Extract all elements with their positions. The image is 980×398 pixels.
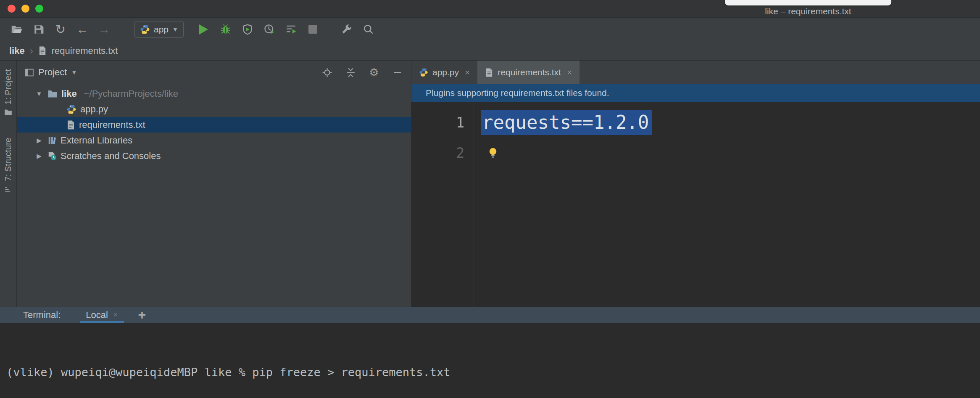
collapsed-arrow-icon[interactable]: ▶: [34, 137, 44, 144]
python-icon: [66, 104, 76, 114]
sync-icon: ↻: [55, 22, 66, 37]
tree-row-project-root[interactable]: ▼ like ~/PycharmProjects/like: [17, 86, 411, 101]
zoom-window-button[interactable]: [35, 5, 43, 13]
project-view-icon: [24, 68, 34, 77]
sync-button[interactable]: ↻: [52, 21, 69, 38]
concurrency-diagram-button[interactable]: [283, 21, 300, 38]
window-title: like – requirements.txt: [712, 6, 904, 16]
project-panel-title[interactable]: Project: [38, 67, 67, 78]
main-area: 1: Project 7: Structure Project ▼: [0, 61, 980, 307]
editor-content[interactable]: requests==1.2.0: [474, 102, 980, 307]
breadcrumb: like › requirements.txt: [0, 41, 980, 61]
play-icon: [199, 24, 208, 34]
settings-wrench-button[interactable]: [338, 21, 355, 38]
settings-gear-button[interactable]: ⚙: [368, 66, 380, 78]
close-window-button[interactable]: [8, 5, 16, 13]
breadcrumb-file[interactable]: requirements.txt: [52, 45, 118, 56]
code-line-1[interactable]: requests==1.2.0: [481, 107, 980, 138]
stop-icon: [308, 25, 317, 34]
profiler-clock-icon: [263, 24, 275, 35]
editor-area: app.py × requirements.txt × Plugins supp…: [411, 61, 980, 307]
collapse-all-button[interactable]: [345, 66, 356, 78]
back-arrow-icon: ←: [76, 22, 89, 36]
close-tab-icon[interactable]: ×: [567, 67, 572, 77]
search-everywhere-button[interactable]: [360, 21, 377, 38]
file-icon: [66, 120, 75, 130]
tree-row-external-libraries[interactable]: ▶ External Libraries: [17, 133, 411, 148]
tree-row-requirements-txt[interactable]: requirements.txt: [17, 117, 411, 133]
forward-button[interactable]: →: [96, 21, 113, 38]
notification-text: Plugins supporting requirements.txt file…: [426, 88, 609, 98]
notification-banner[interactable]: Plugins supporting requirements.txt file…: [411, 84, 980, 102]
tree-item-path: ~/PycharmProjects/like: [84, 88, 178, 99]
sidebar-item-structure[interactable]: 7: Structure: [3, 138, 13, 193]
structure-stripe-label: 7: Structure: [3, 138, 13, 181]
background-window-edge: [725, 0, 891, 5]
code-line-2[interactable]: [481, 138, 980, 168]
tab-app-py[interactable]: app.py ×: [411, 61, 477, 84]
editor-gutter: 1 2: [411, 102, 474, 307]
expand-arrow-icon[interactable]: ▼: [34, 90, 44, 97]
open-folder-button[interactable]: [8, 21, 25, 38]
hide-icon: [394, 72, 401, 73]
line-number: 1: [411, 107, 474, 138]
project-panel-header: Project ▼ ⚙: [17, 61, 411, 84]
selected-text[interactable]: requests==1.2.0: [481, 110, 652, 135]
project-panel: Project ▼ ⚙ ▼: [17, 61, 411, 307]
libraries-icon: [47, 136, 57, 145]
project-tree: ▼ like ~/PycharmProjects/like app.py: [17, 84, 411, 164]
wrench-icon: [341, 24, 352, 35]
python-icon: [419, 68, 428, 77]
stop-button[interactable]: [305, 21, 321, 38]
code-editor[interactable]: 1 2 requests==1.2.0: [411, 102, 980, 307]
run-configuration-select[interactable]: app ▼: [134, 21, 184, 38]
project-panel-actions: ⚙: [321, 66, 403, 78]
save-icon: [33, 24, 44, 35]
close-tab-icon[interactable]: ×: [113, 310, 118, 320]
terminal-line: (vlike) wupeiqi@wupeiqideMBP like % pip …: [6, 364, 980, 381]
search-icon: [363, 24, 374, 35]
save-all-button[interactable]: [30, 21, 47, 38]
run-button[interactable]: [195, 21, 212, 38]
locate-file-button[interactable]: [321, 66, 333, 78]
collapsed-arrow-icon[interactable]: ▶: [34, 152, 44, 160]
left-tool-stripe: 1: Project 7: Structure: [0, 61, 17, 307]
chevron-down-icon: ▼: [172, 26, 178, 33]
terminal-output[interactable]: (vlike) wupeiqi@wupeiqideMBP like % pip …: [0, 323, 980, 398]
file-icon: [485, 68, 493, 77]
new-terminal-session-button[interactable]: +: [138, 307, 146, 323]
breadcrumb-project[interactable]: like: [9, 45, 25, 56]
terminal-tab-local[interactable]: Local ×: [80, 307, 124, 323]
debug-button[interactable]: [217, 21, 234, 38]
tree-row-scratches[interactable]: ▶ Scratches and Consoles: [17, 148, 411, 164]
sidebar-item-project[interactable]: 1: Project: [3, 69, 13, 116]
tree-item-label: External Libraries: [61, 135, 132, 146]
tree-row-app-py[interactable]: app.py: [17, 101, 411, 117]
tree-item-label: Scratches and Consoles: [61, 151, 161, 162]
chevron-down-icon[interactable]: ▼: [71, 69, 77, 76]
intention-bulb-icon[interactable]: [487, 146, 499, 159]
concurrency-icon: [285, 24, 297, 35]
run-with-coverage-button[interactable]: [239, 21, 256, 38]
close-tab-icon[interactable]: ×: [465, 67, 470, 77]
hide-panel-button[interactable]: [392, 66, 403, 78]
minimize-window-button[interactable]: [21, 5, 29, 13]
titlebar: like – requirements.txt: [0, 0, 980, 18]
traffic-lights: [8, 5, 43, 13]
file-icon: [38, 46, 47, 56]
tree-item-label: requirements.txt: [79, 119, 145, 130]
main-toolbar: ↻ ← → app ▼: [0, 18, 980, 41]
editor-tabs: app.py × requirements.txt ×: [411, 61, 980, 84]
structure-icon: [4, 186, 12, 194]
project-stripe-label: 1: Project: [3, 69, 13, 104]
terminal-title: Terminal:: [23, 310, 61, 321]
run-configuration-label: app: [154, 24, 169, 34]
tab-requirements-txt[interactable]: requirements.txt ×: [477, 61, 580, 84]
profile-button[interactable]: [261, 21, 278, 38]
folder-icon: [47, 89, 58, 98]
chevron-right-icon: ›: [30, 45, 33, 57]
back-button[interactable]: ←: [74, 21, 91, 38]
pycharm-window: like – requirements.txt ↻ ← → app ▼: [0, 0, 980, 398]
tab-label: app.py: [432, 67, 459, 77]
bug-icon: [220, 24, 231, 35]
